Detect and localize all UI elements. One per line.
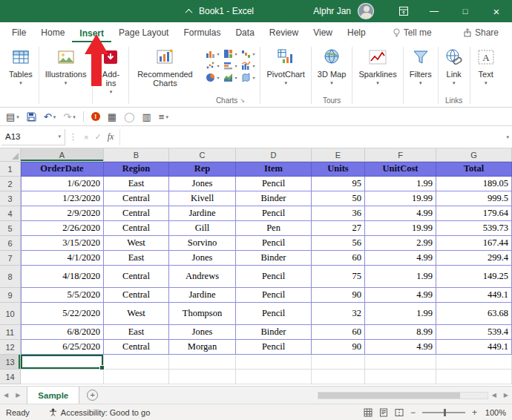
charts-dialog-launcher-icon[interactable]: ↘: [240, 97, 245, 104]
filters-button[interactable]: Filters ▾: [407, 45, 434, 85]
tab-formulas[interactable]: Formulas: [176, 24, 228, 42]
maximize-button[interactable]: □: [450, 0, 481, 22]
zoom-slider-thumb[interactable]: [444, 409, 446, 416]
cell-C6[interactable]: Sorvino: [169, 236, 236, 251]
cell-A13[interactable]: [21, 355, 104, 370]
grid-view-button[interactable]: ▥: [142, 112, 151, 122]
cell-A9[interactable]: 5/5/2020: [21, 288, 104, 303]
tab-page-layout[interactable]: Page Layout: [111, 24, 176, 42]
cell-E4[interactable]: 36: [312, 206, 365, 221]
scrollbar-thumb[interactable]: [318, 393, 460, 398]
cell-E5[interactable]: 27: [312, 221, 365, 236]
save-button[interactable]: [27, 112, 36, 122]
cell-F11[interactable]: 8.99: [365, 325, 436, 340]
cell-D3[interactable]: Binder: [236, 191, 312, 206]
zoom-level[interactable]: 100%: [484, 408, 506, 417]
cell-D13[interactable]: [236, 355, 312, 370]
cell-F12[interactable]: 4.99: [365, 340, 436, 355]
cell-B3[interactable]: Central: [104, 191, 169, 206]
cell-A3[interactable]: 1/23/2020: [21, 191, 104, 206]
cell-A11[interactable]: 6/8/2020: [21, 325, 104, 340]
pivotchart-button[interactable]: PivotChart ▾: [264, 45, 306, 85]
insert-pie-chart-button[interactable]: ▾: [204, 72, 220, 83]
cell-A12[interactable]: 6/25/2020: [21, 340, 104, 355]
cell-E7[interactable]: 60: [312, 251, 365, 266]
link-button[interactable]: Link ▾: [442, 45, 466, 85]
formula-input[interactable]: [119, 129, 503, 145]
cell-F3[interactable]: 19.99: [365, 191, 436, 206]
cell-E13[interactable]: [312, 355, 365, 370]
cell-A14[interactable]: [21, 370, 104, 384]
cell-C3[interactable]: Kivell: [169, 191, 236, 206]
cell-E3[interactable]: 50: [312, 191, 365, 206]
list-options-button[interactable]: ≡▾: [159, 112, 168, 122]
insert-function-button[interactable]: fx: [108, 131, 114, 142]
ribbon-autohide-icon[interactable]: [183, 5, 194, 17]
formula-bar-expand-icon[interactable]: ▾: [506, 134, 509, 140]
cell-G5[interactable]: 539.73: [436, 221, 512, 236]
select-all-button[interactable]: [0, 148, 21, 162]
recommended-charts-button[interactable]: Recommended Charts: [133, 45, 197, 88]
cell-A5[interactable]: 2/26/2020: [21, 221, 104, 236]
row-header-5[interactable]: 5: [0, 221, 21, 236]
cell-D12[interactable]: Pencil: [236, 340, 312, 355]
column-header-G[interactable]: G: [436, 148, 512, 162]
cell-A8[interactable]: 4/18/2020: [21, 266, 104, 288]
new-window-button[interactable]: ▦: [108, 112, 116, 122]
cell-E2[interactable]: 95: [312, 177, 365, 191]
namebox-resizer-handle[interactable]: ⋮: [69, 132, 77, 142]
cell-F4[interactable]: 4.99: [365, 206, 436, 221]
avatar[interactable]: [358, 3, 374, 19]
row-header-6[interactable]: 6: [0, 236, 21, 251]
cell-F9[interactable]: 4.99: [365, 288, 436, 303]
cancel-icon[interactable]: ×: [84, 133, 88, 142]
scrollbar-track[interactable]: [318, 392, 488, 399]
3d-map-button[interactable]: 3D Map ▾: [315, 45, 349, 85]
minimize-button[interactable]: —: [419, 0, 450, 22]
account-name[interactable]: Alphr Jan: [313, 6, 351, 16]
cell-F14[interactable]: [365, 370, 436, 384]
column-header-B[interactable]: B: [104, 148, 169, 162]
cell-B9[interactable]: Central: [104, 288, 169, 303]
column-header-E[interactable]: E: [312, 148, 365, 162]
cell-D2[interactable]: Pencil: [236, 177, 312, 191]
cell-D1[interactable]: Item: [236, 162, 312, 177]
normal-view-button[interactable]: [364, 408, 372, 417]
cell-F13[interactable]: [365, 355, 436, 370]
cell-E10[interactable]: 32: [312, 303, 365, 325]
scroll-left-icon[interactable]: ◀: [488, 392, 500, 398]
row-header-4[interactable]: 4: [0, 206, 21, 221]
name-box[interactable]: A13 ▾: [1, 129, 65, 145]
cell-F6[interactable]: 2.99: [365, 236, 436, 251]
enter-icon[interactable]: ✓: [94, 132, 101, 142]
insert-combo-chart-button[interactable]: ▾: [240, 60, 256, 71]
tab-home[interactable]: Home: [33, 24, 72, 42]
insert-bar-chart-button[interactable]: ▾: [222, 60, 238, 71]
cell-A4[interactable]: 2/9/2020: [21, 206, 104, 221]
cell-G2[interactable]: 189.05: [436, 177, 512, 191]
cell-F5[interactable]: 19.99: [365, 221, 436, 236]
cell-C5[interactable]: Gill: [169, 221, 236, 236]
cell-G14[interactable]: [436, 370, 512, 384]
zoom-slider[interactable]: [422, 412, 465, 413]
redo-button[interactable]: ↷▾: [63, 112, 75, 122]
cell-F8[interactable]: 1.99: [365, 266, 436, 288]
insert-map-chart-button[interactable]: ▾: [240, 72, 256, 83]
cell-C14[interactable]: [169, 370, 236, 384]
sparklines-button[interactable]: Sparklines ▾: [356, 45, 398, 85]
cell-E6[interactable]: 56: [312, 236, 365, 251]
cell-B14[interactable]: [104, 370, 169, 384]
cell-D10[interactable]: Pencil: [236, 303, 312, 325]
insert-hierarchy-chart-button[interactable]: ▾: [222, 48, 238, 59]
cell-G12[interactable]: 449.1: [436, 340, 512, 355]
cell-F7[interactable]: 4.99: [365, 251, 436, 266]
tables-button[interactable]: Tables ▾: [7, 45, 35, 85]
row-header-2[interactable]: 2: [0, 177, 21, 191]
cell-E12[interactable]: 90: [312, 340, 365, 355]
cell-B13[interactable]: [104, 355, 169, 370]
zoom-out-button[interactable]: −: [410, 407, 416, 418]
cell-C7[interactable]: Jones: [169, 251, 236, 266]
undo-button[interactable]: ↶▾: [44, 112, 56, 122]
cell-D4[interactable]: Pencil: [236, 206, 312, 221]
cell-E1[interactable]: Units: [312, 162, 365, 177]
